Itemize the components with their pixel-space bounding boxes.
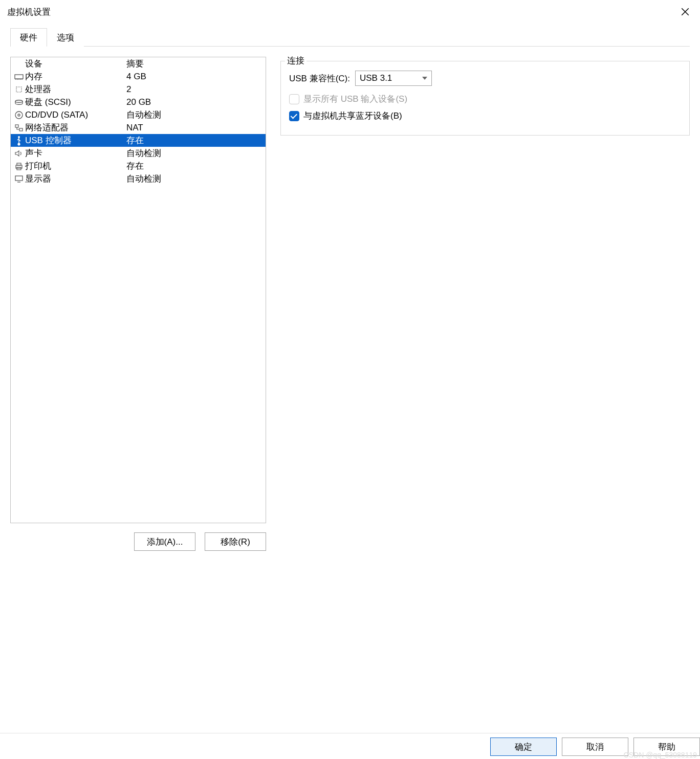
svg-rect-1	[16, 87, 21, 92]
memory-icon	[13, 72, 25, 82]
svg-point-2	[15, 111, 23, 119]
usb-icon	[13, 136, 25, 146]
hw-device-label: 打印机	[25, 160, 126, 172]
ok-button[interactable]: 确定	[490, 738, 557, 756]
hw-row-memory[interactable]: 内存 4 GB	[11, 70, 266, 83]
usb-compat-select[interactable]: USB 3.1	[355, 71, 432, 86]
svg-rect-8	[17, 163, 21, 165]
display-icon	[13, 174, 25, 184]
hw-row-usb[interactable]: USB 控制器 存在	[11, 134, 266, 147]
close-icon[interactable]	[677, 6, 693, 19]
hw-summary-label: 4 GB	[126, 72, 264, 82]
hw-row-printer[interactable]: 打印机 存在	[11, 160, 266, 172]
hw-row-sound[interactable]: 声卡 自动检测	[11, 147, 266, 160]
hw-row-display[interactable]: 显示器 自动检测	[11, 172, 266, 185]
cancel-button[interactable]: 取消	[562, 738, 628, 756]
hardware-list-header: 设备 摘要	[11, 57, 266, 70]
usb-compat-label: USB 兼容性(C):	[289, 73, 350, 84]
show-all-usb-checkbox	[289, 94, 299, 104]
tab-options[interactable]: 选项	[47, 28, 84, 47]
hw-device-label: 内存	[25, 71, 126, 82]
help-button[interactable]: 帮助	[633, 738, 700, 756]
header-device: 设备	[25, 58, 126, 70]
tab-hardware[interactable]: 硬件	[10, 28, 47, 47]
hw-device-label: CD/DVD (SATA)	[25, 110, 126, 120]
hw-summary-label: 存在	[126, 160, 264, 172]
svg-rect-5	[19, 128, 23, 131]
sound-icon	[13, 148, 25, 159]
hw-row-cpu[interactable]: 处理器 2	[11, 83, 266, 96]
svg-rect-0	[15, 75, 23, 79]
hw-row-disk[interactable]: 硬盘 (SCSI) 20 GB	[11, 96, 266, 108]
hardware-list[interactable]: 设备 摘要 内存 4 GB 处理器 2 硬盘 (SCSI) 20 GB CD/D…	[10, 57, 266, 523]
add-button[interactable]: 添加(A)...	[134, 532, 195, 551]
hw-row-cd[interactable]: CD/DVD (SATA) 自动检测	[11, 108, 266, 121]
hw-device-label: USB 控制器	[25, 135, 126, 146]
svg-rect-10	[15, 176, 23, 181]
hw-row-network[interactable]: 网络适配器 NAT	[11, 121, 266, 134]
window-title: 虚拟机设置	[7, 6, 51, 18]
cpu-icon	[13, 84, 25, 95]
hw-device-label: 处理器	[25, 83, 126, 95]
connection-group: 连接 USB 兼容性(C): USB 3.1 显示所有 USB 输入设备(S) …	[280, 61, 690, 136]
hw-summary-label: NAT	[126, 123, 264, 133]
network-icon	[13, 123, 25, 133]
printer-icon	[13, 161, 25, 171]
hw-device-label: 硬盘 (SCSI)	[25, 96, 126, 108]
hw-summary-label: 自动检测	[126, 147, 264, 159]
group-title: 连接	[285, 55, 307, 66]
disk-icon	[13, 97, 25, 107]
usb-compat-value: USB 3.1	[360, 73, 392, 83]
hw-summary-label: 自动检测	[126, 173, 264, 185]
hw-summary-label: 存在	[126, 135, 264, 146]
svg-point-6	[18, 136, 20, 138]
hw-device-label: 声卡	[25, 147, 126, 159]
share-bluetooth-checkbox[interactable]	[289, 111, 299, 121]
header-summary: 摘要	[126, 58, 264, 70]
show-all-usb-label: 显示所有 USB 输入设备(S)	[303, 93, 407, 105]
hw-summary-label: 2	[126, 84, 264, 95]
hw-device-label: 网络适配器	[25, 122, 126, 133]
hw-summary-label: 自动检测	[126, 109, 264, 121]
remove-button[interactable]: 移除(R)	[205, 532, 266, 551]
cd-icon	[13, 110, 25, 120]
hw-device-label: 显示器	[25, 173, 126, 185]
share-bluetooth-label: 与虚拟机共享蓝牙设备(B)	[303, 110, 402, 122]
hw-summary-label: 20 GB	[126, 97, 264, 107]
svg-rect-4	[15, 125, 18, 127]
svg-point-3	[18, 114, 20, 116]
